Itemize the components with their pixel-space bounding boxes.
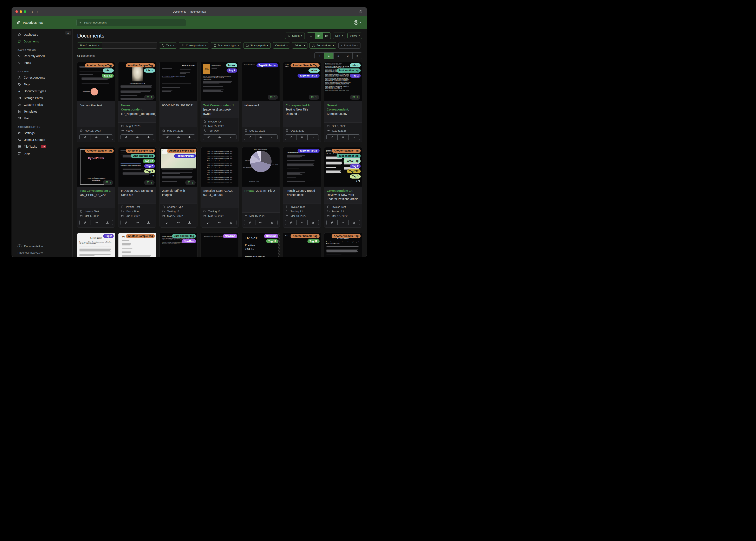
view-grid-button[interactable] [315,33,323,39]
tag-pill-tag-2[interactable]: Tag 2 [350,164,361,168]
sidebar-item-custom-fields[interactable]: Custom Fields [12,101,72,108]
tag-pill-newone[interactable]: NewOne [264,234,278,238]
preview-document-button[interactable] [255,135,266,140]
tag-pill-another-sample-tag[interactable]: Another Sample Tag [85,63,114,67]
document-thumbnail[interactable]: Lorem ipsumLorem ipsum dolor sit amet, c… [77,233,115,257]
document-card[interactable]: NAPOLEON BONAPARTEAnother Sample TagInbo… [118,62,156,142]
tag-pill-tag-2[interactable]: Tag 2 [350,74,361,78]
comment-count-badge[interactable]: 2 [144,95,155,100]
tags-filter-button[interactable]: Tags▾ [159,42,177,49]
document-thumbnail[interactable]: MEDICAL TEACHERMedical TeacherHas the ne… [201,62,238,101]
select-button[interactable]: Select▾ [285,33,305,39]
title-content-filter-button[interactable]: Title & content▾ [77,42,102,49]
tag-pill-tag-2[interactable]: Tag 2 [227,68,237,73]
tag-pill-tag-3[interactable]: Tag 3 [144,169,155,173]
tag-pill-inbox[interactable]: Inbox [144,68,155,73]
share-icon[interactable] [359,9,363,13]
tag-pill-just-another-tag[interactable]: Just another tag [337,68,361,73]
document-thumbnail[interactable]: Adobe Acrobat PDF FilesCupcake ipsumAnot… [77,62,115,101]
edit-document-button[interactable] [327,220,338,225]
document-card[interactable]: MEDICAL TEACHERMedical TeacherHas the ne… [201,62,239,142]
document-card[interactable]: Contact Sheet DemoGiven a set of image f… [159,233,197,257]
user-menu[interactable]: ▾ [353,20,361,25]
document-thumbnail[interactable]: one,1.0 five,5.0Another Sample TagInboxT… [283,62,321,101]
edit-document-button[interactable] [244,220,255,225]
pagination-page-2[interactable]: 2 [333,53,343,59]
download-document-button[interactable] [307,135,319,140]
document-card[interactable]: The SATPracticeTest #1Make time to take … [242,233,280,257]
added-filter-button[interactable]: Added▾ [292,42,307,49]
title-content-filter-input[interactable] [102,42,157,49]
view-list-button[interactable] [307,33,315,39]
tag-pill-tag-2[interactable]: Tag 2 [144,164,155,168]
document-card[interactable]: Serial Number,Company Name,Employ9788189… [324,62,362,142]
sidebar-item-logs[interactable]: Logs [12,150,72,157]
app-brand[interactable]: Paperless-ngx [16,20,43,25]
document-title[interactable]: Private: 2011 BP Pie 2 [242,187,280,212]
document-card[interactable]: This is a test for the double space char… [201,147,239,228]
document-card[interactable]: InDesign Scripting DocumentationAnother … [118,147,156,228]
download-document-button[interactable] [348,220,360,225]
document-title[interactable]: Just another test [77,101,115,127]
sidebar-item-inbox[interactable]: Inbox [12,59,72,66]
document-correspondent[interactable]: Newest Correspondent [327,104,348,111]
correspondent-filter-button[interactable]: Correspondent▾ [179,42,209,49]
forward-button[interactable]: › [37,9,38,14]
sidebar-item-templates[interactable]: Templates [12,108,72,115]
edit-document-button[interactable] [121,220,132,225]
preview-document-button[interactable] [214,220,225,225]
document-thumbnail[interactable]: This is a test for the double space char… [201,148,238,187]
document-title[interactable]: 0004814539_20230531 [160,101,197,127]
document-thumbnail[interactable]: The SATPracticeTest #1Make time to take … [242,233,280,257]
preview-document-button[interactable] [255,220,266,225]
sidebar-item-mail[interactable]: Mail [12,115,72,122]
close-window-button[interactable] [15,10,18,13]
tag-pill-another-sample-tag[interactable]: Another Sample Tag [85,149,114,153]
tag-pill-tag-12[interactable]: Tag 12 [266,239,278,243]
document-card[interactable]: Country,Region/State,"TagWithPartial1tab… [242,62,280,142]
pagination-page-1[interactable]: 1 [324,53,333,59]
tag-pill-another-sample-tag[interactable]: Another Sample Tag [126,234,155,238]
tag-pill-just-another-tag[interactable]: Just another tag [172,234,196,238]
storage-path-filter-button[interactable]: Storage path▾ [243,42,271,49]
document-thumbnail[interactable]: Review of Arbitral Awards Shows Swift Re… [324,148,362,187]
document-card[interactable]: one,1.0 five,5.0Another Sample TagInboxT… [283,62,321,142]
document-card[interactable]: French Country BreadTagWithPartialFrench… [283,147,321,228]
sidebar-item-document-types[interactable]: #Document Types [12,88,72,94]
tag-pill-just-another-tag[interactable]: Just another tag [131,154,155,158]
pagination-first-button[interactable]: « [315,53,324,59]
pagination-last-button[interactable]: » [352,53,362,59]
download-document-button[interactable] [307,220,319,225]
document-correspondent[interactable]: Correspondent 14 [327,189,352,192]
document-title[interactable]: 2sample-pdf-with-images [160,187,197,203]
edit-document-button[interactable] [203,220,214,225]
document-thumbnail[interactable]: Boundary Waters TripAnother Sample TagTa… [160,148,197,187]
tag-pill-another-sample-tag[interactable]: Another Sample Tag [167,149,196,153]
document-title[interactable]: French Country Bread Revised.docx [283,187,321,203]
document-thumbnail[interactable]: Test NameAnother Sample Tag [118,233,156,257]
edit-document-button[interactable] [244,135,255,140]
document-thumbnail[interactable]: CyberPowerPowerPanel® Business EditionUs… [77,148,115,187]
tag-pill-tagwithpartial[interactable]: TagWithPartial [256,63,278,67]
tag-pill-tag-12[interactable]: Tag 12 [143,159,155,163]
preview-document-button[interactable] [337,220,348,225]
sidebar-item-recently-added[interactable]: Recently Added [12,53,72,59]
tag-pill-another-sample-tag[interactable]: Another Sample Tag [291,63,320,67]
download-document-button[interactable] [348,135,360,140]
tag-pill-inbox[interactable]: Inbox [350,63,361,67]
document-card[interactable]: Lorem ipsumLorem ipsum dolor sit amet, c… [324,233,362,257]
document-title[interactable]: Test Correspondent 1: [paperless] test p… [201,101,238,118]
document-card[interactable]: Adobe Acrobat PDF FilesCupcake ipsumAnot… [77,62,115,142]
edit-document-button[interactable] [285,135,296,140]
document-correspondent[interactable]: Newest Correspondent [121,104,142,111]
created-filter-button[interactable]: Created▾ [273,42,290,49]
download-document-button[interactable] [184,220,195,225]
tag-pill-another-sample-tag[interactable]: Another Sample Tag [126,149,155,153]
tag-pill-tag-2[interactable]: Tag 2 [103,234,114,238]
zoom-window-button[interactable] [24,10,26,13]
document-thumbnail[interactable]: Contact Sheet DemoGiven a set of image f… [160,233,197,257]
tag-pill-inbox[interactable]: Inbox [308,68,319,73]
document-card[interactable]: Test NameAnother Sample Tag [118,233,156,257]
document-thumbnail[interactable]: ✻ BANK OF SCOTLAND2,0 % p. a. auf Ihr Ta… [160,62,197,101]
edit-document-button[interactable] [327,135,338,140]
